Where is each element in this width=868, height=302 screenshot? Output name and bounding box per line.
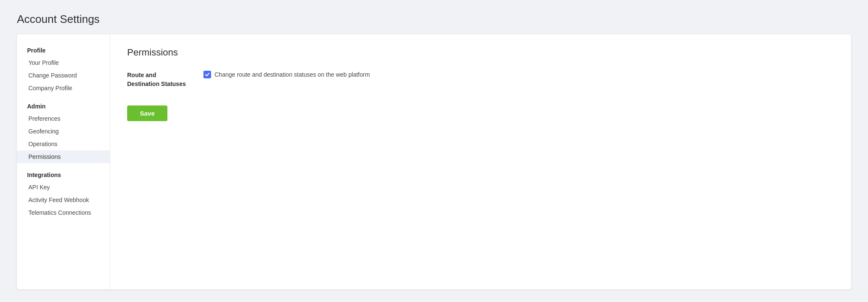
permissions-row-wrapper: Permissions (17, 150, 110, 163)
sidebar-item-api-key[interactable]: API Key (17, 181, 110, 194)
save-button[interactable]: Save (127, 105, 167, 121)
route-status-checkbox-container[interactable]: Change route and destination statuses on… (203, 71, 370, 78)
content-title: Permissions (127, 47, 834, 58)
checkbox-description: Change route and destination statuses on… (214, 71, 370, 78)
sidebar-section-integrations: Integrations API Key Activity Feed Webho… (17, 167, 110, 219)
sidebar-item-your-profile[interactable]: Your Profile (17, 56, 110, 69)
page-title: Account Settings (17, 13, 851, 26)
sidebar: Profile Your Profile Change Password Com… (17, 34, 110, 289)
settings-container: Profile Your Profile Change Password Com… (17, 34, 851, 289)
sidebar-item-activity-feed-webhook[interactable]: Activity Feed Webhook (17, 194, 110, 206)
sidebar-section-profile: Profile Your Profile Change Password Com… (17, 43, 110, 94)
sidebar-section-title-profile: Profile (17, 43, 110, 56)
sidebar-section-admin: Admin Preferences Geofencing Operations … (17, 99, 110, 163)
sidebar-item-operations[interactable]: Operations (17, 138, 110, 150)
sidebar-item-company-profile[interactable]: Company Profile (17, 82, 110, 94)
sidebar-item-telematics-connections[interactable]: Telematics Connections (17, 206, 110, 219)
main-content: Permissions Route and Destination Status… (110, 34, 851, 289)
permission-control: Change route and destination statuses on… (203, 71, 370, 78)
permissions-section: Route and Destination Statuses Change ro… (127, 71, 834, 89)
sidebar-item-preferences[interactable]: Preferences (17, 112, 110, 125)
sidebar-item-geofencing[interactable]: Geofencing (17, 125, 110, 138)
sidebar-item-permissions[interactable]: Permissions (17, 150, 110, 163)
checkbox-checked-icon[interactable] (203, 71, 211, 78)
sidebar-item-change-password[interactable]: Change Password (17, 69, 110, 82)
permission-label: Route and Destination Statuses (127, 71, 195, 89)
sidebar-section-title-admin: Admin (17, 99, 110, 112)
sidebar-section-title-integrations: Integrations (17, 167, 110, 181)
